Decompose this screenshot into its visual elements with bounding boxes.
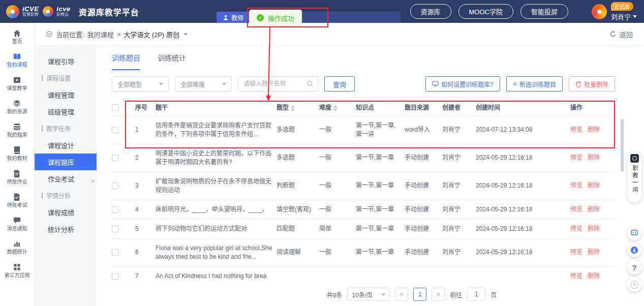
role-strip: 教师	[217, 12, 401, 23]
page-size-select[interactable]: 10条/页	[347, 288, 390, 301]
book-icon	[13, 146, 21, 155]
question-source: 手动创建	[405, 219, 442, 238]
preview-link[interactable]: 预览	[570, 225, 582, 232]
question-type: 阅读理解	[277, 238, 319, 266]
user-avatar[interactable]	[592, 4, 607, 19]
scrollbar-thumb[interactable]	[621, 119, 624, 172]
customer-service-button[interactable]	[627, 226, 641, 240]
nav-smart-casting[interactable]: 智能投屏	[520, 4, 568, 19]
rail-item-my-courses[interactable]: 我的课程	[0, 48, 34, 72]
tab-training-statistics[interactable]: 训练统计	[158, 46, 186, 70]
nav-mooc-academy[interactable]: MOOC学院	[458, 4, 513, 19]
preview-link[interactable]: 预览	[570, 272, 582, 280]
menu-statistics-analysis[interactable]: 统计分析	[35, 221, 97, 237]
query-button[interactable]: 查询	[324, 76, 355, 91]
menu-course-management[interactable]: 课程管理	[35, 86, 97, 103]
add-training-questions-button[interactable]: + 新选训练题目	[506, 76, 563, 91]
side-widget-zhijiao[interactable]: 职教一间	[628, 151, 641, 202]
rail-item-exams-to-grade[interactable]: 待批考试	[0, 189, 34, 212]
menu-course-grades[interactable]: 课程成绩	[35, 204, 97, 221]
created-time: 2024-05-29 12:16:18	[476, 219, 570, 238]
rail-item-my-question-bank[interactable]: 我的题库	[0, 118, 34, 142]
delete-link[interactable]: 删除	[588, 225, 600, 232]
search-input[interactable]	[243, 80, 306, 87]
preview-link[interactable]: 预览	[570, 206, 582, 213]
table-row: 4 床前明月光，____。举头望明月，____。 填空题(客观) 一般 第一节,…	[112, 200, 615, 219]
sort-type-icon[interactable]	[291, 105, 295, 111]
delete-link[interactable]: 删除	[588, 206, 600, 213]
select-all-checkbox[interactable]	[112, 104, 118, 111]
preview-link[interactable]: 预览	[570, 126, 582, 133]
icve-logo-icon	[6, 5, 19, 18]
icon-rail: 首页 我的课程 课堂教学 我的资源 我的题库 我的教材 待批作业 待批考试	[0, 23, 35, 306]
next-page-button[interactable]: >	[432, 288, 445, 301]
menu-section-teaching-tasks: 教学任务	[35, 120, 97, 137]
breadcrumb-current-course[interactable]: 大学语文 (2P) 原创	[124, 29, 179, 39]
breadcrumb-parent[interactable]: 我的课程	[87, 29, 114, 39]
teacher-role-badge[interactable]: 教师	[217, 12, 250, 23]
user-block[interactable]: 正式版 刘肖宁	[592, 2, 637, 21]
tab-training-questions[interactable]: 训练题目	[112, 46, 140, 70]
brand-secondary: icve 职教云	[56, 6, 70, 17]
search-icon[interactable]	[306, 80, 314, 87]
knowledge-point: 第一节,第一章	[356, 144, 405, 172]
delete-link[interactable]: 删除	[588, 126, 600, 133]
rail-item-notifications[interactable]: 消息通知	[0, 212, 34, 235]
delete-link[interactable]: 删除	[588, 272, 600, 280]
menu-course-design[interactable]: 课程设计	[35, 137, 97, 154]
row-checkbox[interactable]	[112, 249, 118, 256]
difficulty-select[interactable]: 全部难度	[175, 76, 232, 91]
menu-course-guide[interactable]: 课程引导	[35, 53, 97, 70]
current-page-button[interactable]: 1	[413, 288, 426, 301]
rail-item-homework-to-grade[interactable]: 待批作业	[0, 165, 34, 189]
breadcrumb-location-label: 当前位置:	[56, 29, 84, 39]
close-widgets-button[interactable]: ✕	[627, 278, 641, 292]
preview-link[interactable]: 预览	[570, 182, 582, 189]
delete-link[interactable]: 删除	[588, 182, 600, 189]
rail-item-my-textbooks[interactable]: 我的教材	[0, 142, 34, 165]
preview-link[interactable]: 预览	[570, 249, 582, 256]
nav-resource-library[interactable]: 资源库	[410, 4, 451, 19]
chevron-down-icon[interactable]	[183, 33, 188, 36]
filter-toolbar: 全部题型 全部难度 查询	[112, 76, 615, 91]
batch-delete-button[interactable]: 批量删除	[569, 76, 615, 91]
rail-item-home[interactable]: 首页	[0, 25, 34, 48]
question-source: 手动创建	[405, 144, 442, 172]
goto-page-input[interactable]	[467, 288, 485, 301]
delete-link[interactable]: 删除	[588, 249, 600, 256]
menu-course-question-bank[interactable]: 课程题库	[35, 154, 97, 170]
creator: 刘肖宁	[442, 172, 476, 200]
row-checkbox[interactable]	[112, 127, 118, 133]
rail-item-data-statistics[interactable]: 数据统计	[0, 235, 34, 259]
check-circle-icon	[257, 14, 264, 21]
menu-class-management[interactable]: 班级管理	[35, 103, 97, 120]
row-checkbox[interactable]	[112, 273, 118, 280]
delete-link[interactable]: 删除	[588, 154, 600, 161]
close-icon: ✕	[630, 281, 638, 289]
menu-homework-exams[interactable]: 作业考试	[35, 170, 97, 187]
row-checkbox[interactable]	[112, 206, 118, 213]
home-icon	[13, 29, 21, 38]
help-button[interactable]: ?	[627, 260, 641, 274]
back-button[interactable]: 返回	[609, 29, 633, 39]
help-setup-button[interactable]: 如何设置训练题库?	[425, 76, 500, 91]
rail-item-my-resources[interactable]: 我的资源	[0, 95, 34, 118]
question-type: 填空题(客观)	[277, 200, 319, 219]
sort-difficulty-icon[interactable]	[333, 105, 338, 111]
question-stem: 明清是中国小说史上的繁荣时期。以下作品属于明清时期四大名著的有?	[156, 144, 277, 172]
prev-page-button[interactable]: <	[395, 288, 408, 301]
course-menu-sidebar: 课程引导 课程设置 课程管理 班级管理 教学任务 课程设计 课程题库 作业考试 …	[35, 46, 97, 306]
rail-item-classroom-teaching[interactable]: 课堂教学	[0, 72, 34, 95]
download-button[interactable]	[627, 243, 641, 257]
rail-item-third-party-apps[interactable]: 第三方应用	[0, 259, 34, 282]
row-checkbox[interactable]	[112, 182, 118, 189]
preview-link[interactable]: 预览	[570, 154, 582, 161]
col-creator: 创建者	[442, 99, 476, 116]
sidebar-collapse-icon[interactable]: «	[89, 176, 97, 186]
creator: 刘肖宁	[442, 200, 476, 219]
question-type-select[interactable]: 全部题型	[112, 76, 169, 91]
row-checkbox[interactable]	[112, 155, 118, 161]
toast-message: 操作成功	[268, 13, 294, 23]
username-dropdown[interactable]: 刘肖宁	[611, 12, 637, 21]
row-checkbox[interactable]	[112, 226, 118, 232]
